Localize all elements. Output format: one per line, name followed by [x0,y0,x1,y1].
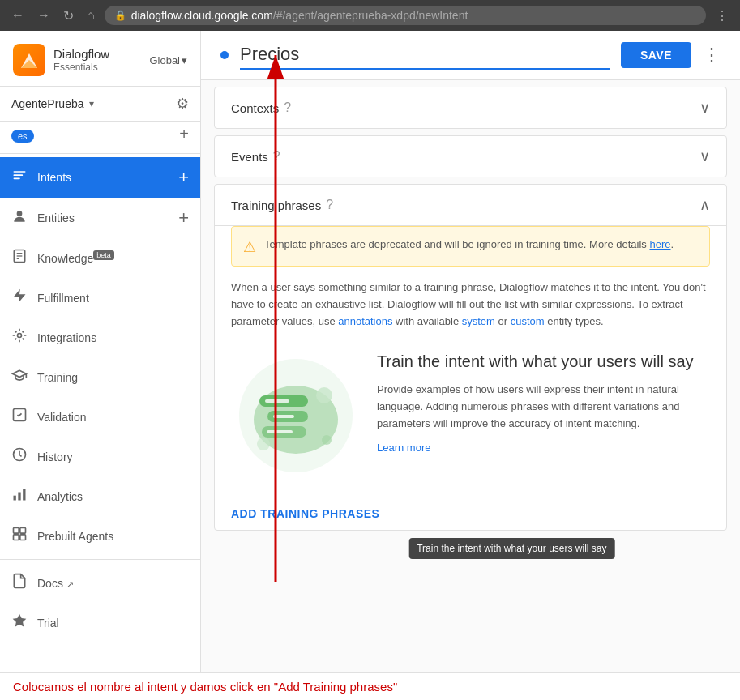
entities-icon [11,208,28,228]
sidebar-item-analytics[interactable]: Analytics [0,476,200,516]
intent-header: SAVE ⋮ [201,31,740,80]
training-content: ⚠ Template phrases are deprecated and wi… [215,226,726,530]
sidebar-item-history[interactable]: History [0,437,200,476]
main-content: SAVE ⋮ Contexts ? ∨ Events ? ∨ Training … [201,31,740,700]
train-area: Train the intent with what your users wi… [215,343,726,497]
training-icon [11,367,28,387]
contexts-help-icon[interactable]: ? [284,100,291,115]
logo-area: Dialogflow Essentials Global ▾ [0,31,200,87]
annotations-link[interactable]: annotations [338,315,392,327]
integrations-icon [11,327,28,348]
train-description: Provide examples of how users will expre… [377,382,710,432]
training-phrases-header[interactable]: Training phrases ? ∧ [215,185,726,225]
svg-rect-18 [20,528,26,534]
training-phrases-section: Training phrases ? ∧ ⚠ Template phrases … [214,184,727,531]
custom-link[interactable]: custom [511,315,545,327]
add-training-phrases-button[interactable]: ADD TRAINING PHRASES [215,497,726,530]
sidebar-item-trial[interactable]: Trial [0,603,200,642]
svg-rect-20 [20,535,26,540]
logo-text: Dialogflow Essentials [53,47,109,73]
save-button[interactable]: SAVE [621,42,691,68]
dialogflow-logo-icon [13,44,45,76]
intent-name-input[interactable] [240,41,610,70]
svg-point-30 [257,438,270,450]
svg-rect-4 [14,177,20,179]
events-section: Events ? ∨ [214,135,727,177]
warning-banner: ⚠ Template phrases are deprecated and wi… [231,226,710,267]
learn-more-link[interactable]: Learn more [377,442,430,454]
system-link[interactable]: system [462,315,495,327]
svg-point-5 [17,211,23,216]
browser-more-button[interactable]: ⋮ [712,6,732,25]
intent-status-dot [220,51,229,59]
sidebar-item-docs[interactable]: Docs ↗ [0,563,200,603]
refresh-button[interactable]: ↻ [60,6,77,25]
forward-button[interactable]: → [34,6,53,24]
address-bar[interactable]: 🔒 dialogflow.cloud.google.com/#/agent/ag… [105,6,706,25]
contexts-section-header[interactable]: Contexts ? ∨ [215,88,726,128]
docs-label: Docs ↗ [37,577,189,590]
warning-link[interactable]: here [649,238,670,250]
train-title: Train the intent with what your users wi… [377,351,710,372]
lock-icon: 🔒 [114,10,126,21]
logo-title: Dialogflow [53,47,109,62]
knowledge-label: Knowledgebeta [37,251,189,265]
sidebar: Dialogflow Essentials Global ▾ AgentePru… [0,31,201,700]
browser-chrome: ← → ↻ ⌂ 🔒 dialogflow.cloud.google.com/#/… [0,0,740,31]
add-intent-button[interactable]: + [178,167,189,188]
agent-dropdown-icon[interactable]: ▾ [89,98,94,109]
validation-icon [11,407,28,427]
knowledge-icon [11,248,28,268]
validation-label: Validation [37,411,189,424]
svg-rect-2 [14,171,26,173]
sidebar-item-training[interactable]: Training [0,357,200,397]
history-icon [11,446,28,467]
svg-rect-3 [14,174,24,176]
language-badge[interactable]: es [11,130,34,143]
analytics-icon [11,486,28,506]
sidebar-item-prebuilt-agents[interactable]: Prebuilt Agents [0,516,200,556]
more-options-button[interactable]: ⋮ [703,45,721,66]
bottom-annotation: Colocamos el nombre al intent y damos cl… [0,672,740,700]
svg-point-31 [322,435,332,445]
sidebar-item-validation[interactable]: Validation [0,397,200,437]
add-training-wrapper: ADD TRAINING PHRASES Train the intent wi… [215,497,726,530]
sidebar-item-fulfillment[interactable]: Fulfillment [0,278,200,318]
sidebar-divider [0,153,200,154]
integrations-label: Integrations [37,331,189,344]
training-phrases-chevron-icon: ∧ [699,196,710,214]
app-container: Dialogflow Essentials Global ▾ AgentePru… [0,31,740,700]
chevron-down-icon: ▾ [182,54,187,66]
logo-svg [18,49,41,71]
settings-icon[interactable]: ⚙ [176,95,189,113]
add-entity-button[interactable]: + [178,207,189,228]
logo-subtitle: Essentials [53,62,109,73]
training-illustration [231,351,361,480]
agent-area: AgentePrueba ▾ ⚙ [0,87,200,122]
global-select[interactable]: Global ▾ [149,54,187,66]
add-language-button[interactable]: + [179,125,189,143]
back-button[interactable]: ← [8,6,28,24]
svg-rect-28 [267,430,293,433]
trial-label: Trial [37,617,189,630]
description-text: When a user says something similar to a … [215,276,726,343]
contexts-section: Contexts ? ∨ [214,87,727,129]
sidebar-item-integrations[interactable]: Integrations [0,318,200,357]
prebuilt-agents-label: Prebuilt Agents [37,530,189,543]
events-help-icon[interactable]: ? [273,149,280,164]
sidebar-item-intents[interactable]: Intents + [0,157,200,198]
svg-marker-10 [14,289,26,303]
sidebar-item-entities[interactable]: Entities + [0,198,200,238]
svg-rect-15 [18,493,20,501]
events-section-header[interactable]: Events ? ∨ [215,136,726,177]
prebuilt-agents-icon [11,526,28,546]
sidebar-item-knowledge[interactable]: Knowledgebeta [0,238,200,278]
training-phrases-help-icon[interactable]: ? [326,198,333,212]
svg-rect-26 [265,399,289,403]
home-button[interactable]: ⌂ [83,6,98,24]
events-title: Events [231,150,268,164]
trial-icon [11,612,28,633]
svg-point-29 [316,387,332,403]
train-info: Train the intent with what your users wi… [377,351,710,480]
fulfillment-label: Fulfillment [37,292,189,305]
